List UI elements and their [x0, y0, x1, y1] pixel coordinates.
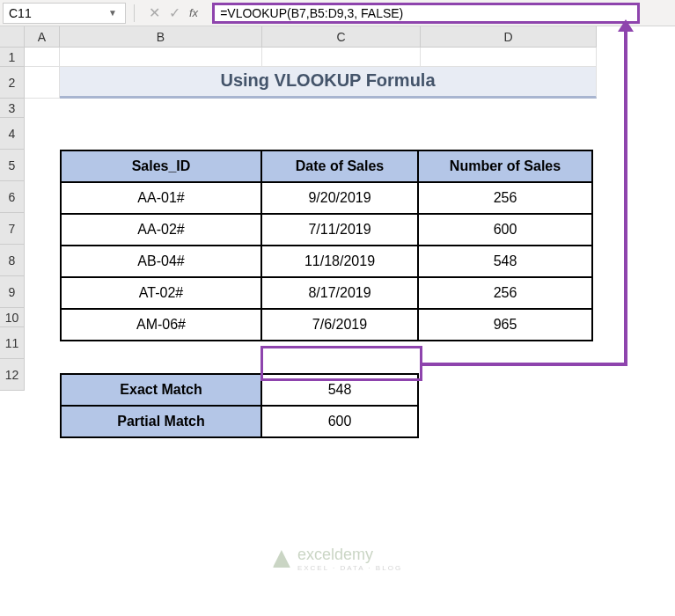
table-cell[interactable]: 548	[418, 246, 592, 277]
match-value[interactable]: 600	[261, 406, 418, 437]
table-header[interactable]: Sales_ID	[61, 150, 261, 182]
table-cell[interactable]: AM-06#	[61, 309, 261, 341]
row-header-1[interactable]: 1	[0, 48, 25, 67]
row-header-11[interactable]: 11	[0, 327, 25, 359]
table-cell[interactable]: 256	[418, 182, 592, 214]
annotation-arrow	[421, 363, 627, 366]
table-cell[interactable]: 9/20/2019	[261, 182, 418, 214]
arrow-head-icon	[618, 19, 634, 32]
fx-icon[interactable]: fx	[189, 6, 198, 19]
watermark: exceldemy EXCEL · DATA · BLOG	[273, 546, 402, 572]
cells-area[interactable]: Using VLOOKUP Formula Sales_ID Date of S…	[25, 48, 597, 391]
table-cell[interactable]: 11/18/2019	[261, 246, 418, 277]
row-header-7[interactable]: 7	[0, 213, 25, 245]
data-table: Sales_ID Date of Sales Number of Sales A…	[60, 150, 593, 341]
row-header-8[interactable]: 8	[0, 245, 25, 276]
table-row: AA-01# 9/20/2019 256	[61, 182, 592, 214]
check-icon[interactable]: ✓	[169, 4, 180, 21]
col-header-D[interactable]: D	[421, 26, 597, 48]
table-cell[interactable]: AT-02#	[61, 277, 261, 309]
row-header-3[interactable]: 3	[0, 99, 25, 118]
cell[interactable]	[262, 48, 421, 67]
table-cell[interactable]: AB-04#	[61, 246, 261, 277]
divider	[134, 4, 135, 22]
table-cell[interactable]: 8/17/2019	[261, 277, 418, 309]
table-row: AM-06# 7/6/2019 965	[61, 309, 592, 341]
name-box-value: C11	[9, 6, 32, 20]
cell[interactable]	[60, 48, 262, 67]
name-box[interactable]: C11 ▼	[3, 3, 126, 24]
sheet-area: A B C D 1 2 3 4 5 6 7 8 9 10 11 12	[0, 26, 675, 616]
cell[interactable]	[421, 48, 597, 67]
row-header-6[interactable]: 6	[0, 181, 25, 213]
annotation-arrow	[624, 26, 627, 366]
table-row: Partial Match 600	[61, 406, 418, 437]
table-cell[interactable]: 7/11/2019	[261, 214, 418, 246]
table-row: AT-02# 8/17/2019 256	[61, 277, 592, 309]
col-header-C[interactable]: C	[262, 26, 421, 48]
row-header-10[interactable]: 10	[0, 308, 25, 327]
logo-icon	[273, 550, 290, 568]
table-cell[interactable]: AA-01#	[61, 182, 261, 214]
col-header-A[interactable]: A	[25, 26, 60, 48]
formula-icons: ✕ ✓ fx	[140, 4, 212, 21]
cell[interactable]	[25, 67, 60, 99]
row-header-12[interactable]: 12	[0, 359, 25, 391]
table-row: AA-02# 7/11/2019 600	[61, 214, 592, 246]
row-header-5[interactable]: 5	[0, 150, 25, 181]
formula-bar[interactable]: =VLOOKUP(B7,B5:D9,3, FALSE)	[212, 3, 640, 24]
match-label[interactable]: Exact Match	[61, 374, 261, 406]
table-cell[interactable]: 965	[418, 309, 592, 341]
row-headers: 1 2 3 4 5 6 7 8 9 10 11 12	[0, 48, 25, 391]
table-cell[interactable]: 600	[418, 214, 592, 246]
formula-text: =VLOOKUP(B7,B5:D9,3, FALSE)	[220, 6, 403, 20]
table-cell[interactable]: AA-02#	[61, 214, 261, 246]
column-headers: A B C D	[25, 26, 597, 48]
watermark-brand: exceldemy	[297, 546, 402, 564]
chevron-down-icon[interactable]: ▼	[106, 8, 120, 18]
table-cell[interactable]: 256	[418, 277, 592, 309]
match-label[interactable]: Partial Match	[61, 406, 261, 437]
watermark-tagline: EXCEL · DATA · BLOG	[297, 564, 402, 572]
table-row: Exact Match 548	[61, 374, 418, 406]
table-row: AB-04# 11/18/2019 548	[61, 246, 592, 277]
row-header-9[interactable]: 9	[0, 276, 25, 308]
col-header-B[interactable]: B	[60, 26, 262, 48]
match-value[interactable]: 548	[261, 374, 418, 406]
table-header[interactable]: Date of Sales	[261, 150, 418, 182]
match-table: Exact Match 548 Partial Match 600	[60, 373, 419, 438]
select-all-corner[interactable]	[0, 26, 25, 48]
title-cell[interactable]: Using VLOOKUP Formula	[60, 67, 597, 99]
row-header-4[interactable]: 4	[0, 118, 25, 150]
table-cell[interactable]: 7/6/2019	[261, 309, 418, 341]
table-header[interactable]: Number of Sales	[418, 150, 592, 182]
formula-bar-row: C11 ▼ ✕ ✓ fx =VLOOKUP(B7,B5:D9,3, FALSE)	[0, 0, 675, 26]
cancel-icon[interactable]: ✕	[149, 4, 160, 21]
row-header-2[interactable]: 2	[0, 67, 25, 99]
cell[interactable]	[25, 48, 60, 67]
